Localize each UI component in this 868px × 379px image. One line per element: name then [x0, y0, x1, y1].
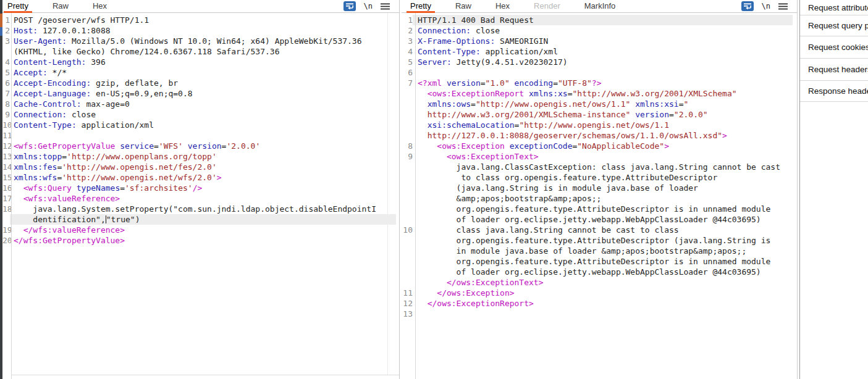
code-text: http://www.w3.org/2001/XMLSchema-instanc… — [413, 109, 793, 120]
code-line[interactable]: org.opengis.feature.type.AttributeDescri… — [402, 204, 797, 214]
line-number — [402, 88, 413, 99]
code-line[interactable]: java.lang.ClassCastException: class java… — [402, 162, 797, 172]
code-line[interactable]: <ows:ExceptionReport xmlns:xs="http://ww… — [402, 88, 797, 99]
code-text: <wfs:Query typeNames='sf:archsites'/> — [10, 183, 396, 193]
response-code-area[interactable]: 1HTTP/1.1 400 Bad Request2Connection: cl… — [402, 13, 797, 319]
line-number: 4 — [402, 46, 413, 57]
code-line[interactable]: 4Content-Length: 396 — [2, 57, 399, 67]
inspector-section-request-cookies[interactable]: Request cookies — [800, 36, 868, 59]
code-line[interactable]: 3User-Agent: Mozilla/5.0 (Windows NT 10.… — [2, 36, 399, 46]
code-line[interactable]: 20</wfs:GetPropertyValue> — [2, 235, 399, 246]
inspector-section-request-headers[interactable]: Request headers — [800, 59, 868, 81]
code-text: to class org.opengis.feature.type.Attrib… — [413, 172, 793, 183]
code-line[interactable]: org.opengis.feature.type.AttributeDescri… — [402, 256, 797, 267]
code-line[interactable]: 2Host: 127.0.0.1:8088 — [2, 25, 399, 36]
line-number: 12 — [402, 298, 413, 309]
newline-toggle-icon[interactable]: \n — [364, 2, 373, 10]
code-line[interactable]: 12 </ows:ExceptionReport> — [402, 298, 797, 309]
tab-hex[interactable]: Hex — [492, 0, 513, 12]
inspector-section-response-headers[interactable]: Response headers — [800, 81, 868, 102]
code-line[interactable]: 19 </wfs:valueReference> — [2, 225, 399, 235]
inspector-section-request-attributes[interactable]: Request attributes — [800, 0, 868, 15]
code-line[interactable]: org.opengis.feature.type.AttributeDescri… — [402, 235, 797, 246]
code-line[interactable]: 7Accept-Language: en-US;q=0.9,en;q=0.8 — [2, 88, 399, 99]
code-line[interactable]: of loader org.eclipse.jetty.webapp.WebAp… — [402, 267, 797, 277]
pretty-print-icon[interactable] — [343, 1, 356, 11]
pretty-print-icon[interactable] — [741, 1, 754, 11]
menu-icon[interactable] — [778, 3, 788, 10]
code-text: xsi:schemaLocation="http://www.opengis.n… — [413, 120, 793, 130]
line-number — [402, 109, 413, 120]
code-line[interactable]: 17 <wfs:valueReference> — [2, 193, 399, 204]
menu-icon[interactable] — [381, 3, 390, 10]
code-line[interactable]: 5Server: Jetty(9.4.51.v20230217) — [402, 57, 797, 67]
code-line[interactable]: http://127.0.0.1:8088/geoserver/schemas/… — [402, 130, 797, 141]
line-number: 1 — [2, 15, 10, 25]
code-text: <ows:ExceptionReport xmlns:xs="http://ww… — [413, 88, 793, 99]
line-number: 15 — [2, 172, 10, 183]
code-line[interactable]: 14xmlns:fes='http://www.opengis.net/fes/… — [2, 162, 399, 172]
code-line[interactable]: 15xmlns:wfs='http://www.opengis.net/wfs/… — [2, 172, 399, 183]
request-hscrollbar-edge — [11, 375, 399, 375]
code-line[interactable]: 12<wfs:GetPropertyValue service='WFS' ve… — [2, 141, 399, 151]
code-line[interactable]: in module java.base of loader &amp;apos;… — [402, 246, 797, 256]
line-number — [402, 120, 413, 130]
request-code-area[interactable]: 1POST /geoserver/wfs HTTP/1.12Host: 127.… — [2, 13, 399, 246]
inspector-section-label: Request cookies — [808, 43, 868, 52]
line-number: 11 — [402, 288, 413, 298]
code-line[interactable]: 3X-Frame-Options: SAMEORIGIN — [402, 36, 797, 46]
code-line[interactable]: 11 </ows:Exception> — [402, 288, 797, 298]
tab-pretty[interactable]: Pretty — [407, 0, 435, 12]
code-text: xmlns:fes='http://www.opengis.net/fes/2.… — [10, 162, 396, 172]
code-line[interactable]: 10Content-Type: application/xml — [2, 120, 399, 130]
code-line[interactable]: </ows:ExceptionText> — [402, 277, 797, 288]
code-line[interactable]: 2Connection: close — [402, 25, 797, 36]
request-scrollbar-edge — [387, 13, 388, 375]
tab-raw[interactable]: Raw — [452, 0, 475, 12]
code-text: dentification","true") — [10, 214, 396, 225]
tab-raw[interactable]: Raw — [49, 0, 72, 12]
code-line[interactable]: 5Accept: */* — [2, 67, 399, 78]
code-line[interactable]: to class org.opengis.feature.type.Attrib… — [402, 172, 797, 183]
code-line[interactable]: (KHTML, like Gecko) Chrome/124.0.6367.11… — [2, 46, 399, 57]
code-text: java.lang.ClassCastException: class java… — [413, 162, 793, 172]
inspector-section-request-query-parameters[interactable]: Request query parameters — [800, 15, 868, 36]
code-line[interactable]: 9Connection: close — [2, 109, 399, 120]
tab-markinfo[interactable]: MarkInfo — [581, 0, 620, 12]
tab-hex[interactable]: Hex — [89, 0, 111, 12]
code-line[interactable]: 1POST /geoserver/wfs HTTP/1.1 — [2, 15, 399, 25]
code-text: <wfs:valueReference> — [10, 193, 396, 204]
code-line[interactable]: 10 class java.lang.String cannot be cast… — [402, 225, 797, 235]
code-line[interactable]: xsi:schemaLocation="http://www.opengis.n… — [402, 120, 797, 130]
code-text: xmlns:topp='http://www.openplans.org/top… — [10, 151, 396, 162]
code-line[interactable]: 13xmlns:topp='http://www.openplans.org/t… — [2, 151, 399, 162]
code-line[interactable]: 18 java.lang.System.setProperty("com.sun… — [2, 204, 399, 214]
code-line[interactable]: 7<?xml version="1.0" encoding="UTF-8"?> — [402, 78, 797, 88]
code-line[interactable]: 4Content-Type: application/xml — [402, 46, 797, 57]
code-line[interactable]: &amp;apos;bootstrap&amp;apos;; — [402, 193, 797, 204]
code-line[interactable]: (java.lang.String is in module java.base… — [402, 183, 797, 193]
line-number: 2 — [402, 25, 413, 36]
code-line[interactable]: dentification","true") — [2, 214, 399, 225]
code-text: <ows:Exception exceptionCode="NoApplicab… — [413, 141, 793, 151]
code-text: POST /geoserver/wfs HTTP/1.1 — [10, 15, 396, 25]
code-line[interactable]: 8Cache-Control: max-age=0 — [2, 99, 399, 109]
code-line[interactable]: of loader org.eclipse.jetty.webapp.WebAp… — [402, 214, 797, 225]
code-line[interactable]: http://www.w3.org/2001/XMLSchema-instanc… — [402, 109, 797, 120]
code-line[interactable]: 13 — [402, 309, 797, 319]
code-text: class java.lang.String cannot be cast to… — [413, 225, 793, 235]
code-text: <wfs:GetPropertyValue service='WFS' vers… — [10, 141, 396, 151]
code-text: </wfs:GetPropertyValue> — [10, 235, 396, 246]
code-line[interactable]: 6 — [402, 67, 797, 78]
code-line[interactable]: 1HTTP/1.1 400 Bad Request — [402, 15, 797, 25]
line-number — [402, 172, 413, 183]
tab-render: Render — [530, 0, 564, 12]
code-line[interactable]: xmlns:ows="http://www.opengis.net/ows/1.… — [402, 99, 797, 109]
code-line[interactable]: 9 <ows:ExceptionText> — [402, 151, 797, 162]
tab-pretty[interactable]: Pretty — [4, 0, 32, 12]
code-line[interactable]: 16 <wfs:Query typeNames='sf:archsites'/> — [2, 183, 399, 193]
code-line[interactable]: 11 — [2, 130, 399, 141]
code-line[interactable]: 8 <ows:Exception exceptionCode="NoApplic… — [402, 141, 797, 151]
code-line[interactable]: 6Accept-Encoding: gzip, deflate, br — [2, 78, 399, 88]
newline-toggle-icon[interactable]: \n — [762, 2, 770, 10]
